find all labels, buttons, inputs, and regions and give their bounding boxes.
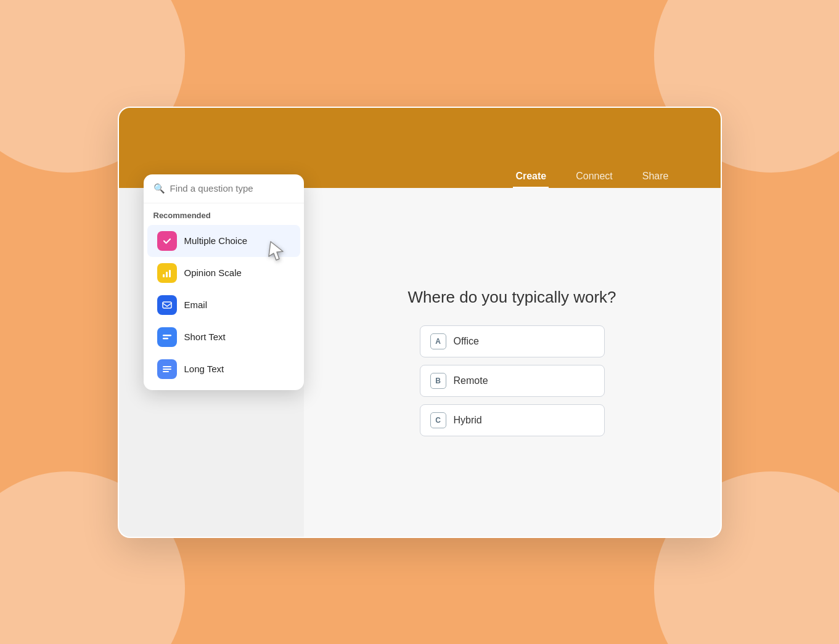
answer-option-a[interactable]: A Office [420,325,605,357]
search-input[interactable] [170,183,294,194]
answer-option-c[interactable]: C Hybrid [420,404,605,436]
question-text: Where do you typically work? [407,288,616,307]
multiple-choice-label: Multiple Choice [184,235,248,246]
menu-item-long-text[interactable]: Long Text [147,353,300,385]
menu-item-email[interactable]: Email [147,289,300,321]
opinion-scale-label: Opinion Scale [184,267,242,278]
svg-rect-1 [166,272,168,277]
email-icon [157,295,177,315]
right-content: Where do you typically work? A Office B … [304,188,721,537]
tab-share[interactable]: Share [640,165,671,188]
answer-label-b: Remote [454,375,488,386]
opinion-scale-icon [157,263,177,283]
svg-rect-0 [163,274,165,277]
svg-rect-3 [163,302,171,308]
menu-item-opinion-scale[interactable]: Opinion Scale [147,257,300,289]
app-window: Create Connect Share Where do you typica… [118,107,722,538]
multiple-choice-icon [157,231,177,251]
svg-rect-2 [169,270,171,277]
answer-label-c: Hybrid [454,415,482,426]
short-text-label: Short Text [184,332,226,342]
long-text-icon [157,359,177,379]
search-bar: 🔍 [144,174,304,203]
svg-rect-8 [163,371,169,372]
answer-option-b[interactable]: B Remote [420,365,605,397]
svg-rect-5 [163,338,168,340]
answer-key-c: C [430,412,446,428]
answer-label-a: Office [454,336,480,347]
answer-options: A Office B Remote C Hybrid [420,325,605,436]
tab-connect[interactable]: Connect [573,165,615,188]
nav-tabs: Create Connect Share [513,165,671,188]
answer-key-a: A [430,333,446,349]
short-text-icon [157,327,177,347]
svg-rect-6 [163,366,171,367]
svg-rect-4 [163,335,171,336]
email-label: Email [184,300,208,310]
section-label: Recommended [144,203,304,225]
search-icon: 🔍 [153,183,165,194]
long-text-label: Long Text [184,364,224,374]
menu-item-short-text[interactable]: Short Text [147,321,300,353]
question-type-dropdown: 🔍 Recommended Multiple Choice [144,174,304,390]
svg-rect-7 [163,369,171,370]
menu-item-multiple-choice[interactable]: Multiple Choice [147,225,300,257]
answer-key-b: B [430,373,446,389]
tab-create[interactable]: Create [513,165,549,188]
